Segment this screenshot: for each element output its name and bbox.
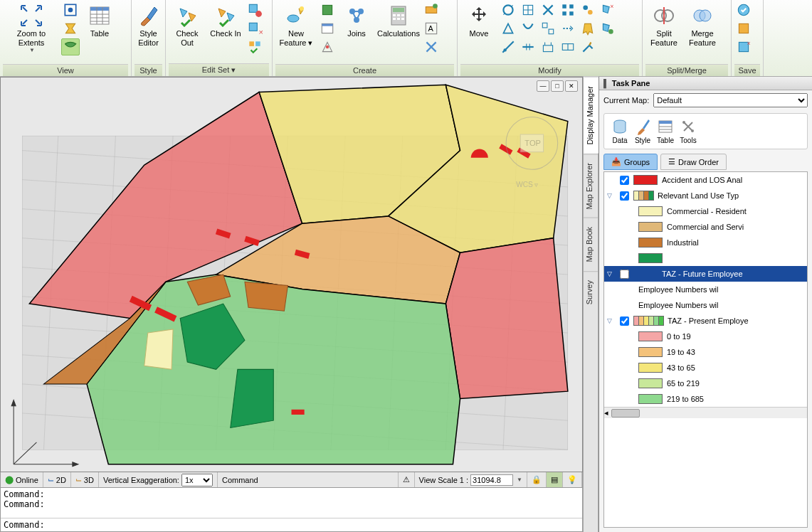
status-online[interactable]: ⬤Online bbox=[1, 472, 43, 487]
modify-mini-b2[interactable] bbox=[519, 20, 537, 37]
tab-survey[interactable]: Survey bbox=[584, 271, 598, 313]
layer-accident-checkbox[interactable] bbox=[620, 176, 629, 185]
map-viewport[interactable]: TOP WCS ▿ — □ ✕ bbox=[0, 77, 583, 472]
status-warning-icon[interactable]: ⚠ bbox=[399, 472, 415, 487]
new-feature-button[interactable]: New Feature ▾ bbox=[275, 1, 317, 57]
view-mini-3[interactable] bbox=[61, 38, 80, 55]
taz-future-item-0[interactable]: Employee Numbers wil bbox=[604, 282, 807, 297]
style-editor-button[interactable]: Style Editor bbox=[135, 1, 162, 57]
tp-tools-button[interactable]: Tools bbox=[680, 118, 697, 144]
current-map-select[interactable]: Default bbox=[653, 93, 808, 107]
viewport-minimize-button[interactable]: — bbox=[537, 80, 549, 92]
editset-mini-3[interactable] bbox=[246, 38, 264, 55]
modify-mini-c3[interactable] bbox=[539, 38, 557, 55]
status-command[interactable]: Command bbox=[218, 472, 399, 487]
layer-taz-present[interactable]: ▽ TAZ - Present Employe bbox=[604, 313, 807, 329]
tp-data-button[interactable]: Data bbox=[611, 118, 628, 144]
view-mini-2[interactable] bbox=[61, 20, 80, 37]
tab-map-book[interactable]: Map Book bbox=[584, 218, 598, 271]
layer-accident[interactable]: Accident and LOS Anal bbox=[604, 172, 807, 188]
modify-mini-f1[interactable]: × bbox=[599, 1, 617, 18]
tab-map-explorer[interactable]: Map Explorer bbox=[584, 154, 598, 218]
table-button[interactable]: Table bbox=[81, 1, 118, 57]
save-mini-3[interactable]: × bbox=[734, 38, 753, 55]
landuse-item-1[interactable]: Commercial and Servi bbox=[604, 219, 807, 235]
tp-style-button[interactable]: Style bbox=[634, 118, 651, 144]
joins-button[interactable]: Joins bbox=[338, 1, 375, 57]
landuse-item-3[interactable] bbox=[604, 250, 807, 266]
collapse-icon[interactable]: ▽ bbox=[607, 192, 616, 199]
status-bulb-icon[interactable]: 💡 bbox=[563, 472, 582, 487]
modify-mini-b1[interactable] bbox=[519, 1, 537, 18]
modify-mini-c1[interactable] bbox=[539, 1, 557, 18]
calculations-button[interactable]: Calculations bbox=[376, 1, 421, 57]
ve-select[interactable]: 1x bbox=[181, 474, 213, 486]
status-layers-icon[interactable]: ▤ bbox=[547, 472, 563, 487]
ribbon-group-editset-label[interactable]: Edit Set ▾ bbox=[169, 63, 269, 76]
landuse-item-2[interactable]: Industrial bbox=[604, 235, 807, 250]
layer-tree[interactable]: Accident and LOS Anal ▽ Relevant Land Us… bbox=[603, 171, 808, 528]
taz-present-item-0[interactable]: 0 to 19 bbox=[604, 329, 807, 344]
modify-mini-d2[interactable] bbox=[559, 20, 577, 37]
svg-rect-38 bbox=[401, 18, 404, 20]
view-mini-1[interactable] bbox=[61, 1, 80, 18]
layer-landuse-checkbox[interactable] bbox=[620, 191, 629, 201]
save-mini-2[interactable] bbox=[734, 20, 753, 37]
modify-mini-e1[interactable] bbox=[579, 1, 597, 18]
move-button[interactable]: Move bbox=[460, 1, 497, 57]
tab-display-manager[interactable]: Display Manager bbox=[584, 77, 599, 154]
check-in-button[interactable]: Check In bbox=[207, 1, 244, 57]
split-feature-button[interactable]: Split Feature bbox=[645, 1, 682, 57]
taz-present-item-2[interactable]: 43 to 65 bbox=[604, 360, 807, 376]
svg-rect-36 bbox=[393, 18, 396, 20]
taz-present-item-3[interactable]: 65 to 219 bbox=[604, 376, 807, 391]
modify-mini-e2[interactable] bbox=[579, 20, 597, 37]
viewport-close-button[interactable]: ✕ bbox=[565, 80, 578, 92]
viewport-maximize-button[interactable]: □ bbox=[551, 80, 564, 92]
create-mini-4[interactable] bbox=[422, 1, 441, 18]
tp-table-button[interactable]: Table bbox=[657, 118, 674, 144]
create-mini-1[interactable] bbox=[318, 1, 337, 18]
editset-mini-2[interactable]: × bbox=[246, 20, 264, 37]
modify-mini-d1[interactable] bbox=[559, 1, 577, 18]
layer-taz-future-checkbox[interactable] bbox=[620, 270, 629, 279]
ribbon-group-style: Style Editor Style bbox=[132, 0, 166, 76]
layer-landuse[interactable]: ▽ Relevant Land Use Typ bbox=[604, 188, 807, 203]
layer-taz-future[interactable]: ▽ TAZ - Future Employee bbox=[604, 266, 807, 282]
collapse-icon[interactable]: ▽ bbox=[607, 270, 616, 277]
status-2d[interactable]: ⌙2D bbox=[43, 472, 71, 487]
modify-mini-b3[interactable] bbox=[519, 38, 537, 55]
taz-future-item-1[interactable]: Employee Numbers wil bbox=[604, 297, 807, 313]
layer-tree-hscroll[interactable]: ◂ bbox=[604, 407, 807, 418]
editset-mini-1[interactable] bbox=[246, 1, 264, 18]
tab-draw-order[interactable]: ☰Draw Order bbox=[660, 154, 727, 170]
modify-mini-d3[interactable] bbox=[559, 38, 577, 55]
ribbon: Zoom to Extents ▼ Table View Style Edito… bbox=[0, 0, 812, 77]
status-lock-icon[interactable]: 🔒 bbox=[527, 472, 547, 487]
create-mini-2[interactable] bbox=[318, 20, 337, 37]
create-mini-5[interactable]: A bbox=[422, 20, 441, 37]
modify-mini-c2[interactable] bbox=[539, 20, 557, 37]
create-mini-3[interactable] bbox=[318, 38, 337, 55]
tab-groups[interactable]: 📥Groups bbox=[603, 154, 658, 170]
merge-feature-button[interactable]: Merge Feature bbox=[684, 1, 721, 57]
status-3d[interactable]: ⌙3D bbox=[71, 472, 99, 487]
zoom-to-extents-button[interactable]: Zoom to Extents ▼ bbox=[3, 1, 60, 57]
modify-mini-a2[interactable] bbox=[499, 20, 517, 37]
command-input-row[interactable]: Command: bbox=[1, 518, 582, 531]
ribbon-group-view: Zoom to Extents ▼ Table View bbox=[0, 0, 132, 76]
view-scale-input[interactable] bbox=[470, 474, 513, 486]
check-out-button[interactable]: Check Out bbox=[169, 1, 206, 57]
collapse-icon[interactable]: ▽ bbox=[607, 317, 616, 324]
modify-mini-a1[interactable] bbox=[499, 1, 517, 18]
modify-mini-a3[interactable] bbox=[499, 38, 517, 55]
current-map-row: Current Map: Default bbox=[599, 90, 812, 110]
save-mini-1[interactable] bbox=[734, 1, 753, 18]
landuse-item-0[interactable]: Commercial - Resident bbox=[604, 203, 807, 219]
taz-present-item-4[interactable]: 219 to 685 bbox=[604, 391, 807, 407]
modify-mini-f2[interactable] bbox=[599, 20, 617, 37]
taz-present-item-1[interactable]: 19 to 43 bbox=[604, 344, 807, 360]
create-mini-6[interactable] bbox=[422, 38, 441, 55]
modify-mini-e3[interactable] bbox=[579, 38, 597, 55]
layer-taz-present-checkbox[interactable] bbox=[620, 316, 629, 326]
